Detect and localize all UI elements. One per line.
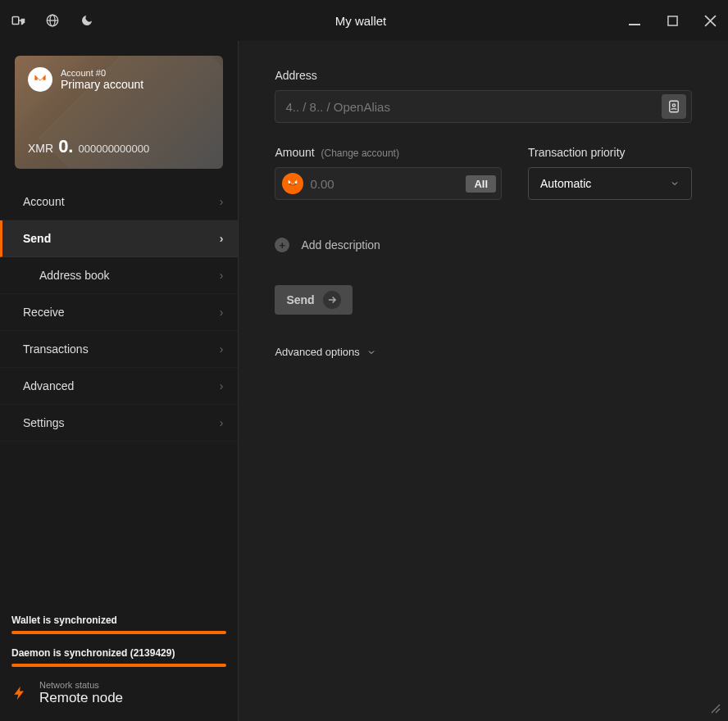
advanced-options-toggle[interactable]: Advanced options — [275, 346, 692, 358]
resize-handle[interactable] — [710, 703, 721, 714]
chevron-right-icon: › — [220, 232, 224, 245]
chevron-down-icon — [670, 179, 680, 188]
priority-label: Transaction priority — [528, 146, 692, 159]
balance-integer: 0. — [58, 136, 73, 157]
svg-rect-3 — [629, 24, 640, 25]
nav-advanced[interactable]: Advanced › — [0, 368, 238, 405]
nav-transactions[interactable]: Transactions › — [0, 331, 238, 368]
send-panel: Address Amount (Change account) All — [239, 41, 728, 721]
account-card[interactable]: Account #0 Primary account XMR 0. 000000… — [15, 56, 223, 169]
address-label: Address — [275, 69, 692, 82]
nav-settings[interactable]: Settings › — [0, 405, 238, 442]
account-number: Account #0 — [61, 68, 143, 78]
sidebar-footer: Wallet is synchronized Daemon is synchro… — [0, 606, 238, 721]
nav-label: Address book — [39, 269, 110, 282]
priority-select[interactable]: Automatic — [528, 167, 692, 200]
network-status-label: Network status — [39, 680, 123, 690]
chevron-right-icon: › — [220, 342, 224, 356]
plus-icon: + — [275, 238, 289, 252]
change-account-link[interactable]: (Change account) — [321, 147, 399, 159]
maximize-icon[interactable] — [664, 12, 680, 29]
minimize-icon[interactable] — [626, 12, 643, 29]
send-button[interactable]: Send — [275, 285, 352, 315]
address-input[interactable] — [285, 100, 662, 114]
svg-rect-4 — [667, 16, 676, 25]
nav-label: Settings — [23, 416, 65, 429]
address-input-wrap — [275, 90, 692, 123]
daemon-sync-bar — [11, 664, 226, 667]
balance-decimals: 000000000000 — [78, 143, 149, 155]
svg-point-8 — [286, 177, 300, 191]
amount-label: Amount (Change account) — [275, 146, 502, 159]
theme-toggle-icon[interactable] — [79, 12, 95, 29]
send-button-label: Send — [286, 293, 314, 306]
add-description-button[interactable]: + Add description — [275, 238, 692, 252]
amount-input-wrap: All — [275, 167, 502, 200]
wallet-sync-bar — [11, 631, 226, 634]
advanced-options-label: Advanced options — [275, 346, 359, 358]
chevron-right-icon: › — [220, 416, 224, 429]
sidebar-nav: Account › Send › Address book › Receive … — [0, 184, 238, 442]
window-title: My wallet — [95, 14, 626, 28]
titlebar: My wallet — [0, 0, 728, 41]
nav-receive[interactable]: Receive › — [0, 294, 238, 331]
account-name: Primary account — [61, 78, 143, 91]
bolt-icon — [11, 682, 28, 705]
nav-label: Send — [23, 232, 51, 245]
nav-address-book[interactable]: Address book › — [0, 257, 238, 294]
add-description-label: Add description — [301, 238, 380, 252]
nav-label: Account — [23, 195, 65, 208]
chevron-right-icon: › — [220, 379, 224, 392]
chevron-down-icon — [366, 347, 376, 357]
nav-label: Transactions — [23, 342, 89, 356]
lock-wallet-icon[interactable] — [10, 12, 26, 29]
nav-account[interactable]: Account › — [0, 184, 238, 220]
chevron-right-icon: › — [220, 306, 224, 319]
arrow-right-icon — [323, 291, 341, 309]
chevron-right-icon: › — [220, 269, 224, 282]
network-icon[interactable] — [44, 12, 61, 29]
network-status-value: Remote node — [39, 690, 123, 706]
monero-logo-icon — [28, 67, 52, 92]
amount-input[interactable] — [310, 177, 466, 191]
svg-point-7 — [672, 104, 675, 107]
close-icon[interactable] — [702, 12, 718, 29]
sidebar: Account #0 Primary account XMR 0. 000000… — [0, 41, 239, 721]
daemon-sync-status: Daemon is synchronized (2139429) — [11, 647, 226, 659]
nav-label: Receive — [23, 306, 65, 319]
balance-currency: XMR — [28, 142, 53, 155]
priority-value: Automatic — [540, 177, 591, 190]
svg-rect-0 — [12, 17, 19, 25]
address-book-button[interactable] — [662, 94, 686, 119]
monero-icon — [282, 173, 303, 194]
amount-all-button[interactable]: All — [466, 175, 496, 193]
nav-send[interactable]: Send › — [0, 220, 238, 257]
wallet-sync-status: Wallet is synchronized — [11, 614, 226, 626]
chevron-right-icon: › — [220, 195, 224, 208]
nav-label: Advanced — [23, 379, 74, 392]
